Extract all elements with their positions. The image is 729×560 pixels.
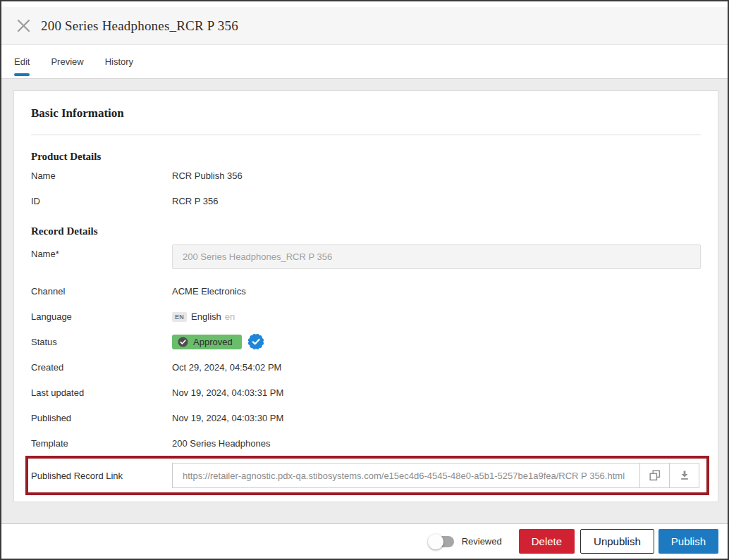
row-channel: Channel ACME Electronics	[31, 278, 701, 304]
card-title: Basic Information	[31, 106, 701, 120]
field-label: Published	[31, 413, 172, 423]
field-label: Published Record Link	[31, 471, 172, 481]
page-title: 200 Series Headphones_RCR P 356	[41, 18, 238, 34]
published-link-input-group	[172, 463, 699, 488]
copy-link-button[interactable]	[639, 463, 669, 487]
row-product-name: Name RCR Publish 356	[31, 163, 701, 188]
toggle-knob[interactable]	[428, 534, 443, 549]
published-link-input[interactable]	[173, 463, 639, 487]
row-record-name: Name*	[31, 244, 701, 269]
close-button[interactable]	[16, 18, 31, 34]
tab-edit[interactable]: Edit	[14, 45, 30, 78]
language-code: en	[225, 311, 235, 322]
row-product-id: ID RCR P 356	[31, 188, 701, 213]
field-label: Name*	[31, 244, 172, 259]
tab-history[interactable]: History	[105, 45, 133, 78]
field-value: Nov 19, 2024, 04:03:30 PM	[172, 413, 283, 423]
verified-seal-icon	[247, 333, 264, 350]
field-value: Nov 19, 2024, 04:03:31 PM	[172, 387, 283, 398]
published-record-link-row: Published Record Link	[25, 456, 709, 495]
window-top-strip	[1, 1, 728, 7]
check-circle-icon	[178, 337, 188, 347]
tab-bar: Edit Preview History	[1, 45, 728, 79]
template-link[interactable]: 200 Series Headphones	[172, 438, 271, 449]
field-label: Channel	[31, 286, 172, 297]
section-heading-product-details: Product Details	[31, 151, 701, 163]
unpublish-button[interactable]: Unpublish	[580, 529, 654, 554]
row-published: Published Nov 19, 2024, 04:03:30 PM	[31, 405, 701, 430]
row-language: Language ENEnglishen	[31, 304, 701, 329]
field-value: Oct 29, 2024, 04:54:02 PM	[172, 362, 281, 373]
row-template: Template 200 Series Headphones	[31, 430, 701, 456]
dialog-header: 200 Series Headphones_RCR P 356	[1, 7, 728, 45]
reviewed-toggle[interactable]	[428, 534, 456, 549]
field-value: RCR P 356	[172, 196, 219, 206]
field-value: ACME Electronics	[172, 286, 246, 297]
basic-information-card: Basic Information Product Details Name R…	[13, 90, 718, 502]
field-label: Language	[31, 311, 172, 322]
status-badge: Approved	[172, 335, 242, 349]
reviewed-toggle-group: Reviewed	[428, 534, 502, 549]
section-heading-record-details: Record Details	[31, 225, 701, 237]
download-icon	[679, 470, 690, 481]
tab-preview[interactable]: Preview	[51, 45, 83, 78]
divider	[31, 135, 701, 135]
row-last-updated: Last updated Nov 19, 2024, 04:03:31 PM	[31, 380, 701, 405]
field-label: ID	[31, 196, 172, 206]
reviewed-label: Reviewed	[462, 536, 502, 547]
language-flag-badge: EN	[172, 312, 187, 322]
delete-button[interactable]: Delete	[519, 529, 575, 554]
field-label: Name	[31, 170, 172, 181]
field-label: Last updated	[31, 387, 172, 398]
dialog-body: Basic Information Product Details Name R…	[1, 79, 728, 523]
row-created: Created Oct 29, 2024, 04:54:02 PM	[31, 354, 701, 380]
field-label: Template	[31, 438, 172, 449]
close-icon	[17, 19, 30, 32]
field-label: Status	[31, 337, 172, 347]
field-value: RCR Publish 356	[172, 170, 243, 181]
language-value: ENEnglishen	[172, 311, 235, 322]
publish-button[interactable]: Publish	[658, 529, 718, 554]
status-value: Approved	[172, 333, 264, 350]
copy-icon	[649, 470, 661, 481]
field-label: Created	[31, 362, 172, 373]
row-status: Status Approved	[31, 329, 701, 354]
record-name-input[interactable]	[172, 244, 701, 269]
language-name: English	[191, 311, 221, 322]
download-link-button[interactable]	[669, 463, 699, 487]
dialog-footer: Reviewed Delete Unpublish Publish	[1, 523, 728, 559]
status-text: Approved	[193, 337, 233, 347]
